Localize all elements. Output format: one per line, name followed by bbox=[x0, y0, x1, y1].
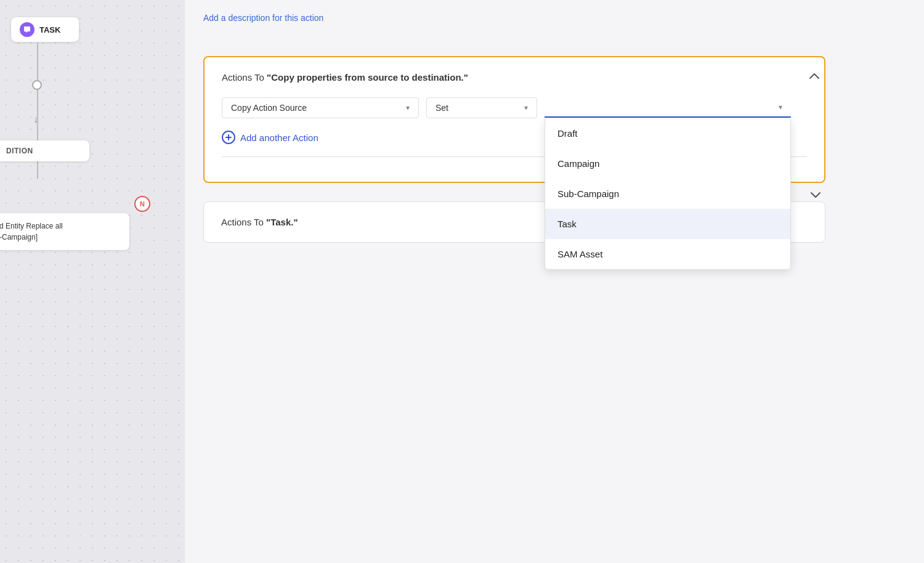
action-card-1-header: Actions To "Copy properties from source … bbox=[222, 72, 807, 83]
card2-prefix: Actions To bbox=[221, 217, 266, 227]
value-dropdown: Draft Campaign Sub-Campaign Task SAM Ass… bbox=[545, 118, 791, 270]
task-node-icon bbox=[20, 22, 34, 37]
chevron-down-button[interactable] bbox=[805, 187, 826, 205]
header-bold: "Copy properties from source to destinat… bbox=[267, 72, 468, 83]
card2-bold: "Task." bbox=[266, 217, 298, 227]
condition-label: DITION bbox=[6, 147, 79, 155]
dropdown-item-campaign[interactable]: Campaign bbox=[545, 148, 790, 179]
description-link[interactable]: Add a description for this action bbox=[203, 13, 323, 23]
connector-dot bbox=[32, 80, 42, 90]
source-chevron-icon: ▾ bbox=[406, 103, 410, 112]
set-chevron-icon: ▾ bbox=[524, 103, 528, 112]
replace-node-text: d Entity Replace all -Campaign] bbox=[0, 221, 121, 243]
replace-node[interactable]: d Entity Replace all -Campaign] bbox=[0, 213, 129, 250]
task-node-label: TASK bbox=[39, 25, 60, 34]
connector-arrow: ↓ bbox=[33, 114, 38, 125]
condition-node[interactable]: DITION bbox=[0, 140, 89, 161]
action-card-1: Actions To "Copy properties from source … bbox=[203, 56, 825, 183]
main-panel: Add a description for this action Action… bbox=[185, 0, 924, 563]
task-node[interactable]: TASK bbox=[11, 17, 79, 42]
add-action-label[interactable]: Add another Action bbox=[240, 132, 318, 143]
set-select[interactable]: Set ▾ bbox=[426, 97, 537, 118]
value-chevron-icon: ▾ bbox=[779, 103, 782, 111]
workflow-canvas: TASK ↓ DITION N d Entity Replace all -Ca… bbox=[0, 0, 185, 563]
dropdown-item-task[interactable]: Task bbox=[545, 209, 790, 239]
value-select[interactable]: ▾ Draft Campaign Sub-Campaign Task SAM A… bbox=[545, 98, 791, 118]
dropdown-item-samasset[interactable]: SAM Asset bbox=[545, 239, 790, 269]
set-select-label: Set bbox=[436, 103, 448, 113]
header-prefix: Actions To bbox=[222, 72, 267, 83]
source-select-label: Copy Action Source bbox=[231, 103, 307, 113]
select-row: Copy Action Source ▾ Set ▾ ▾ Draft Campa… bbox=[222, 97, 807, 118]
dropdown-item-draft[interactable]: Draft bbox=[545, 118, 790, 148]
add-action-circle-icon[interactable] bbox=[222, 131, 235, 144]
dropdown-item-subcampaign[interactable]: Sub-Campaign bbox=[545, 179, 790, 209]
source-select[interactable]: Copy Action Source ▾ bbox=[222, 97, 419, 118]
n-badge: N bbox=[134, 196, 150, 212]
chevron-up-button[interactable] bbox=[804, 67, 825, 85]
